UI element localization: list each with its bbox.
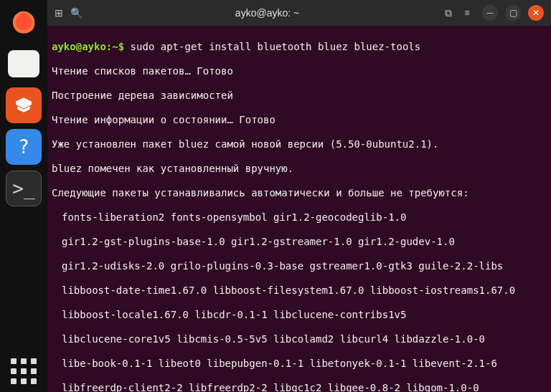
window-title: ayko@ayko: ~ bbox=[90, 7, 445, 19]
output-line: Уже установлен пакет bluez самой новой в… bbox=[52, 138, 547, 150]
package-list-line: gir1.2-udisks-2.0 grilo-plugins-0.3-base… bbox=[52, 260, 547, 272]
firefox-icon[interactable] bbox=[6, 4, 42, 40]
window-titlebar: ⊞ 🔍 ayko@ayko: ~ ⧉ ≡ ─ ▢ ✕ bbox=[47, 0, 551, 26]
output-line: Следующие пакеты устанавливались автомат… bbox=[52, 187, 547, 199]
ubuntu-software-icon[interactable] bbox=[6, 87, 42, 123]
package-list-line: libclucene-core1v5 libcmis-0.5-5v5 libco… bbox=[52, 333, 547, 345]
show-applications-icon[interactable] bbox=[9, 356, 39, 386]
maximize-button[interactable]: ▢ bbox=[505, 5, 521, 21]
close-button[interactable]: ✕ bbox=[528, 5, 544, 21]
launcher: ? >_ bbox=[0, 0, 47, 392]
command-text: sudo apt-get install bluetooth bluez blu… bbox=[131, 41, 421, 52]
package-list-line: libboost-date-time1.67.0 libboost-filesy… bbox=[52, 285, 547, 297]
screenshot-icon[interactable]: ⧉ bbox=[445, 7, 452, 19]
minimize-button[interactable]: ─ bbox=[482, 5, 498, 21]
package-list-line: libe-book-0.1-1 libeot0 libepubgen-0.1-1… bbox=[52, 358, 547, 370]
output-line: Чтение списков пакетов… Готово bbox=[52, 65, 547, 77]
package-list-line: libboost-locale1.67.0 libcdr-0.1-1 libcl… bbox=[52, 309, 547, 321]
menu-icon[interactable]: ≡ bbox=[459, 5, 475, 21]
package-list-line: libfreerdp-client2-2 libfreerdp2-2 libgc… bbox=[52, 382, 547, 392]
terminal-icon[interactable]: >_ bbox=[6, 171, 42, 206]
help-icon[interactable]: ? bbox=[6, 129, 42, 165]
new-tab-icon[interactable]: ⊞ bbox=[55, 7, 63, 19]
terminal-output[interactable]: ayko@ayko:~$ sudo apt-get install blueto… bbox=[47, 26, 551, 392]
package-list-line: fonts-liberation2 fonts-opensymbol gir1.… bbox=[52, 211, 547, 224]
search-icon[interactable]: 🔍 bbox=[70, 7, 83, 19]
output-line: Чтение информации о состоянии… Готово bbox=[52, 114, 547, 126]
output-line: Построение дерева зависимостей bbox=[52, 90, 547, 102]
files-icon[interactable] bbox=[6, 46, 42, 82]
package-list-line: gir1.2-gst-plugins-base-1.0 gir1.2-gstre… bbox=[52, 236, 547, 248]
output-line: bluez помечен как установленный вручную. bbox=[52, 163, 547, 175]
prompt: ayko@ayko:~$ bbox=[52, 41, 124, 52]
